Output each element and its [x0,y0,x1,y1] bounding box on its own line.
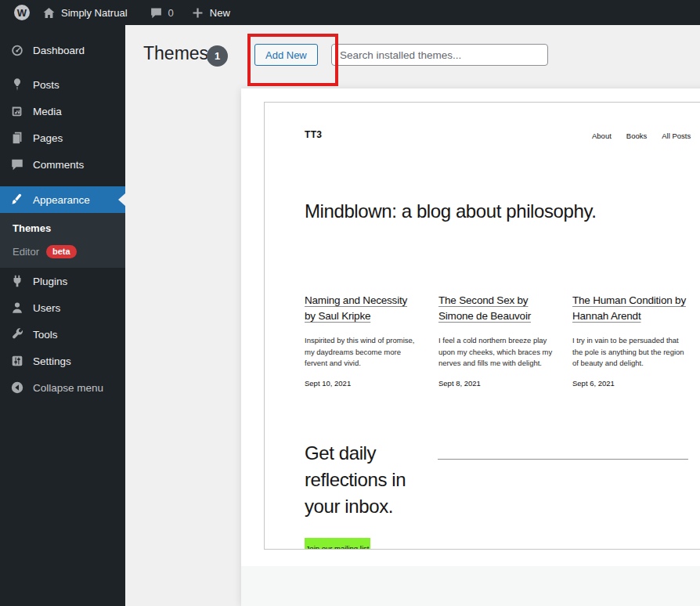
sidebar-label: Plugins [33,276,67,287]
person-icon [10,301,24,315]
preview-post: The Human Condition by Hannah Arendt I t… [572,293,687,388]
preview-cta-heading: Get daily reflections in your inbox. [305,440,436,520]
comment-bubble-icon [10,157,24,171]
preview-post: Naming and Necessity by Saul Kripke Insp… [305,293,419,388]
preview-nav-link: About [592,132,612,140]
comment-bubble-icon [150,6,163,20]
post-date: Sept 10, 2021 [305,379,419,388]
sidebar-label: Posts [33,79,60,91]
sidebar-item-users[interactable]: Users [0,294,125,321]
comments-shortcut[interactable]: 0 [143,0,180,25]
post-excerpt: Inspirited by this wind of promise, my d… [305,335,419,370]
sidebar-label: Comments [33,159,84,171]
preview-divider [438,459,688,460]
sidebar-label: Appearance [33,194,90,206]
new-label: New [210,7,230,19]
media-icon [10,104,24,118]
wordpress-menu[interactable]: W [8,0,36,25]
sidebar-label: Users [33,302,60,314]
post-excerpt: I try in vain to be persuaded that the p… [572,335,687,370]
paintbrush-icon [10,193,24,207]
submenu-label: Themes [13,222,51,235]
sidebar-item-pages[interactable]: Pages [0,124,125,151]
sidebar-item-media[interactable]: Media [0,98,125,124]
plus-icon [191,6,204,20]
home-icon [42,6,56,20]
sidebar-label: Pages [33,132,63,144]
sidebar-item-posts[interactable]: Posts [0,71,125,98]
main-content: Themes 1 Add New TT3 About Books All Pos… [125,25,700,606]
appearance-submenu: Themes Editor beta [0,213,125,268]
theme-card[interactable]: TT3 About Books All Posts Mindblown: a b… [241,88,700,606]
comment-count: 0 [168,7,174,19]
post-title: The Human Condition by Hannah Arendt [572,293,687,324]
wordpress-logo-icon: W [14,5,30,20]
site-link[interactable]: Simply Natrual [36,0,134,25]
admin-sidebar: Dashboard Posts Media Pages Comments App… [0,25,125,606]
preview-post: The Second Sex by Simone de Beauvoir I f… [438,293,553,388]
preview-nav-link: All Posts [662,132,691,140]
annotation-highlight-rectangle [247,34,338,86]
submenu-item-editor[interactable]: Editor beta [0,241,125,262]
site-name: Simply Natrual [61,7,128,19]
sidebar-item-settings[interactable]: Settings [0,348,125,374]
sidebar-label: Dashboard [33,45,85,56]
collapse-arrow-icon [10,381,24,395]
dashboard-gauge-icon [10,43,24,57]
plug-icon [10,274,24,288]
preview-site-logo: TT3 [305,129,322,140]
sidebar-item-dashboard[interactable]: Dashboard [0,37,125,63]
admin-bar: W Simply Natrual 0 New [0,0,700,25]
join-mailing-list-button: Join our mailing list [305,538,370,550]
sidebar-item-comments[interactable]: Comments [0,151,125,178]
sidebar-item-collapse-menu[interactable]: Collapse menu [0,374,125,401]
sidebar-item-tools[interactable]: Tools [0,321,125,348]
pages-icon [10,131,24,145]
preview-nav: About Books All Posts [592,132,691,140]
submenu-item-themes[interactable]: Themes [0,218,125,239]
page-title: Themes [143,43,208,64]
post-excerpt: I feel a cold northern breeze play upon … [438,335,553,370]
post-date: Sept 8, 2021 [438,379,553,388]
post-date: Sept 6, 2021 [572,379,687,388]
sidebar-item-plugins[interactable]: Plugins [0,268,125,294]
sidebar-label: Tools [33,329,58,341]
sidebar-label: Collapse menu [33,382,103,394]
theme-card-footer [241,566,700,606]
sliders-icon [10,354,24,368]
sidebar-item-appearance[interactable]: Appearance [0,186,125,213]
preview-headline: Mindblown: a blog about philosophy. [305,200,597,222]
post-title: Naming and Necessity by Saul Kripke [305,293,419,324]
sidebar-label: Settings [33,355,71,367]
search-input[interactable] [331,44,548,66]
submenu-label: Editor [13,246,39,258]
pushpin-icon [10,78,24,92]
theme-count-badge: 1 [207,45,228,67]
post-title: The Second Sex by Simone de Beauvoir [438,293,553,324]
wrench-icon [10,327,24,341]
new-content-menu[interactable]: New [185,0,236,25]
preview-post-list: Naming and Necessity by Saul Kripke Insp… [305,293,687,388]
theme-screenshot: TT3 About Books All Posts Mindblown: a b… [264,102,700,550]
preview-nav-link: Books [626,132,647,140]
beta-badge: beta [46,245,77,258]
sidebar-label: Media [33,106,62,117]
